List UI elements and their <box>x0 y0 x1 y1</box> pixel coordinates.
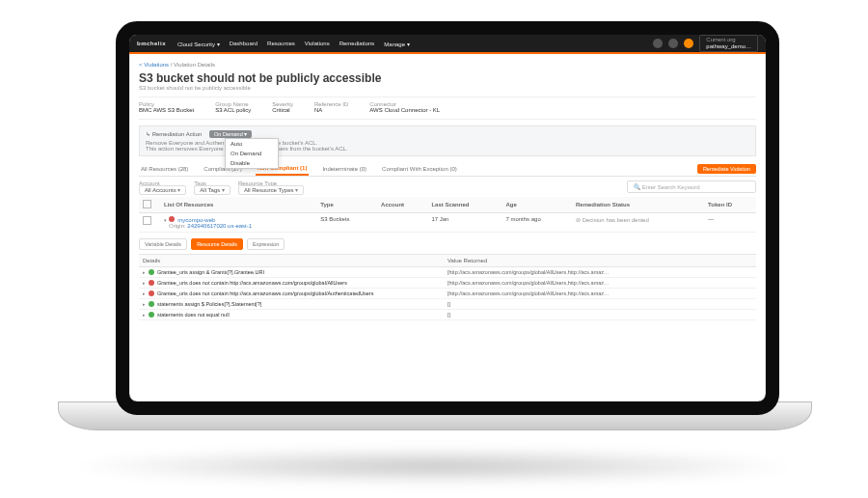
nav-violations[interactable]: Violations <box>305 41 330 47</box>
page-title: S3 bucket should not be publicly accessi… <box>139 71 756 85</box>
crumb-violations[interactable]: < Violations <box>139 62 169 68</box>
detail-text: statements does not equal null <box>157 312 230 318</box>
laptop-screen: bmchelix Cloud Security ▾ Dashboard Reso… <box>116 21 779 415</box>
status-dot-icon <box>149 301 154 307</box>
status-dot-icon <box>149 312 154 318</box>
nav-resources[interactable]: Resources <box>267 41 295 47</box>
remediation-dropdown[interactable]: Auto On Demand Disable <box>225 138 279 169</box>
detail-row: ▸Grantee_uris does not contain http://ac… <box>139 289 756 299</box>
detail-row: ▸Grantee_uris does not contain http://ac… <box>139 278 756 289</box>
remediation-label: ↳ Remediation Action <box>146 131 202 137</box>
detail-text: statements assign $.Policies[?].Statemen… <box>157 301 261 307</box>
detail-subtabs: Variable Details Resource Details Expres… <box>139 238 756 250</box>
expand-icon[interactable]: ▾ <box>164 217 167 223</box>
remediation-panel: ↳ Remediation Action On Demand ▾ Remove … <box>139 125 756 156</box>
breadcrumb: < Violations / Violation Details <box>139 62 756 68</box>
org-switcher[interactable]: Current org pathway_demo… <box>699 35 758 51</box>
detail-value: [] <box>448 301 752 307</box>
tab-indeterminate[interactable]: Indeterminate (0) <box>320 163 368 175</box>
detail-text: Grantee_uris does not contain http://acs… <box>157 280 347 286</box>
status-noncompliant-icon <box>169 216 175 222</box>
nav-menu: Cloud Security ▾ Dashboard Resources Vio… <box>177 41 410 47</box>
detail-value: [] <box>448 312 752 318</box>
tab-exception[interactable]: Compliant With Exception (0) <box>380 163 459 175</box>
help-icon[interactable] <box>668 39 678 48</box>
top-nav: bmchelix Cloud Security ▾ Dashboard Reso… <box>129 35 766 52</box>
dropdown-disable[interactable]: Disable <box>226 158 278 168</box>
detail-value: [http://acs.amazonaws.com/groups/global/… <box>448 290 752 296</box>
chevron-icon[interactable]: ▸ <box>143 301 146 307</box>
subtab-expression[interactable]: Expression <box>247 238 285 250</box>
filter-resource-type[interactable]: All Resource Types <box>238 185 304 195</box>
mail-icon[interactable] <box>653 39 663 48</box>
avatar[interactable] <box>684 39 693 48</box>
remediate-button[interactable]: Remediate Violation <box>697 164 756 174</box>
page-subtitle: S3 bucket should not be publicly accessi… <box>139 85 756 91</box>
filter-account[interactable]: All Accounts <box>139 185 186 195</box>
meta-row: PolicyBMC AWS S3 Bucket Group NameS3 ACL… <box>139 97 756 120</box>
tab-all[interactable]: All Resources (28) <box>139 163 190 175</box>
detail-text: Grantee_uris assign & Grants[?].Grantee.… <box>157 269 264 275</box>
chevron-icon[interactable]: ▸ <box>143 312 146 318</box>
details-header: Details Value Returned <box>139 254 756 267</box>
search-input[interactable]: 🔍 Enter Search Keyword <box>627 180 756 193</box>
detail-row: ▸statements does not equal null[] <box>139 310 756 320</box>
status-dot-icon <box>149 269 154 275</box>
status-dot-icon <box>149 290 154 296</box>
detail-text: Grantee_uris does not contain http://acs… <box>157 290 373 296</box>
nav-remediations[interactable]: Remediations <box>339 41 375 47</box>
nav-dashboard[interactable]: Dashboard <box>230 41 258 47</box>
select-all-checkbox[interactable] <box>143 200 151 208</box>
filter-row: Account All Accounts Tags All Tags Resou… <box>139 177 756 197</box>
detail-row: ▸statements assign $.Policies[?].Stateme… <box>139 299 756 310</box>
resource-table: List Of Resources Type Account Last Scan… <box>139 197 756 233</box>
row-checkbox[interactable] <box>143 216 151 225</box>
subtab-resource[interactable]: Resource Details <box>191 238 243 250</box>
dropdown-ondemand[interactable]: On Demand <box>226 149 278 158</box>
nav-cloud-security[interactable]: Cloud Security ▾ <box>177 41 220 47</box>
filter-tags[interactable]: All Tags <box>194 185 231 195</box>
chevron-icon[interactable]: ▸ <box>143 280 146 286</box>
chevron-icon[interactable]: ▸ <box>143 269 146 275</box>
subtab-variable[interactable]: Variable Details <box>139 238 187 250</box>
dropdown-auto[interactable]: Auto <box>226 139 278 149</box>
detail-value: [http://acs.amazonaws.com/groups/global/… <box>448 269 752 275</box>
remediation-mode-badge[interactable]: On Demand ▾ <box>209 130 252 138</box>
table-row[interactable]: ▾ mycompo-web Origin: 242940617020.us-ea… <box>139 213 756 233</box>
brand-logo: bmchelix <box>137 41 166 46</box>
status-dot-icon <box>149 280 154 286</box>
chevron-icon[interactable]: ▸ <box>143 290 146 296</box>
detail-value: [http://acs.amazonaws.com/groups/global/… <box>448 280 752 286</box>
nav-manage[interactable]: Manage ▾ <box>384 41 409 47</box>
detail-row: ▸Grantee_uris assign & Grants[?].Grantee… <box>139 267 756 278</box>
